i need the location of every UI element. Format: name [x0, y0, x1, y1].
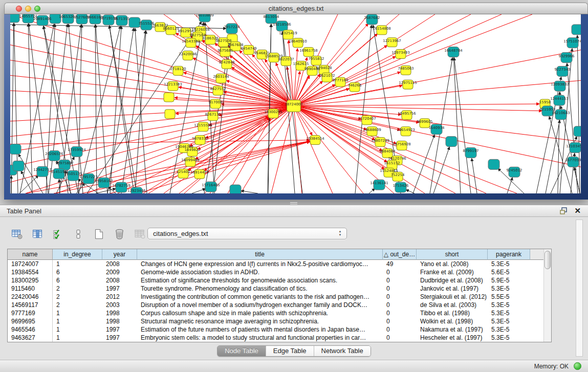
panel-resize-grip[interactable] — [290, 201, 297, 204]
table-select-dropdown[interactable]: citations_edges.txt ▲▼ — [147, 228, 347, 239]
graph-edge — [78, 25, 82, 193]
column-header-short[interactable]: short — [417, 249, 488, 260]
column-header-in_degree[interactable]: in_degree — [53, 249, 102, 260]
graph-edge — [294, 106, 363, 193]
table-cell: Structural magnetic resonance image aver… — [137, 317, 383, 325]
graph-node-label: 9671355 — [114, 17, 129, 21]
graph-node-label: 8427552 — [210, 87, 226, 91]
table-cell: Jankovic et al. (1997) — [417, 285, 488, 293]
table-cell: 5.3E-5 — [488, 334, 530, 342]
close-panel-icon[interactable]: ✕ — [574, 207, 581, 215]
table-row[interactable]: 946554611997Estimation of the future num… — [8, 325, 551, 334]
float-panel-button[interactable] — [560, 207, 568, 214]
table-row[interactable]: 977716911998Corpus callosum shape and si… — [8, 309, 551, 317]
graph-node-label: 8454749 — [241, 47, 256, 51]
column-header-year[interactable]: year — [102, 249, 137, 260]
graph-node-label: 12093832 — [551, 82, 569, 86]
graph-node[interactable] — [488, 159, 499, 169]
graph-node-label: 9227343 — [554, 68, 570, 72]
table-cell: 22420046 — [8, 293, 53, 301]
graph-node-label: 16914479 — [190, 170, 209, 174]
table-cell: Stergiakouli et al. (2012) — [417, 293, 488, 301]
graph-node[interactable] — [165, 110, 175, 119]
graph-node-label: 16210643 — [552, 111, 570, 115]
graph-node-label: 8799197 — [463, 149, 478, 153]
graph-node-label: 8267130 — [205, 113, 221, 117]
select-rows-icon[interactable] — [50, 227, 66, 241]
table-cell: 2003 — [102, 301, 137, 309]
table-options-icon[interactable] — [9, 227, 25, 241]
graph-node[interactable] — [164, 93, 174, 102]
table-row[interactable]: 1938455462009Genome-wide association stu… — [8, 268, 551, 276]
graph-node[interactable] — [10, 144, 21, 155]
table-cell: Disruption of a novel member of a sodium… — [137, 301, 383, 309]
graph-edge — [79, 26, 120, 193]
graph-node-label: 20206576 — [45, 152, 63, 156]
table-cell: 6 — [53, 268, 102, 276]
table-row[interactable]: 1872400712008Changes of HCN gene express… — [8, 260, 551, 268]
network-window-titlebar[interactable]: citations_edges.txt — [4, 3, 588, 14]
graph-node-label: 15524861 — [380, 169, 398, 173]
graph-edge — [228, 118, 271, 193]
column-header-name[interactable]: name — [8, 249, 53, 260]
graph-node-label: 1615152 — [384, 161, 400, 165]
graph-node-label: 9899605 — [417, 120, 432, 124]
table-panel-titlebar: Table Panel ✕ — [0, 205, 588, 217]
graph-node[interactable] — [10, 14, 19, 23]
graph-node-label: 18807249 — [371, 139, 389, 143]
tab-edge-table[interactable]: Edge Table — [266, 346, 314, 356]
graph-node[interactable] — [572, 25, 581, 35]
show-columns-icon[interactable] — [30, 227, 45, 241]
graph-node[interactable] — [230, 185, 241, 193]
graph-edge — [96, 25, 107, 193]
graph-node-label: 19384554 — [306, 137, 324, 141]
scrollbar-thumb[interactable] — [545, 251, 551, 269]
table-row[interactable]: 911546021997Tourette syndrome. Phenomeno… — [8, 285, 551, 293]
table-row[interactable]: 1456911722003Disruption of a novel membe… — [8, 301, 551, 309]
column-header-pagerank[interactable]: pagerank — [488, 249, 530, 260]
graph-node-label: 16961758 — [299, 49, 318, 53]
graph-node[interactable] — [13, 161, 24, 171]
graph-node-label: 17957223 — [79, 175, 98, 179]
graph-node-label: 16154808 — [373, 27, 391, 31]
graph-node-label: 17359924 — [68, 148, 86, 152]
graph-edge — [574, 167, 580, 193]
column-header-out_de[interactable]: △ out_de… — [383, 249, 417, 260]
graph-edge — [546, 120, 560, 193]
graph-node[interactable] — [446, 137, 457, 147]
graph-edge — [10, 106, 294, 121]
graph-node-label: 15958 — [539, 100, 551, 104]
table-cell: 5.9E-5 — [488, 276, 530, 285]
table-row[interactable]: 1830029562008Estimation of significance … — [8, 276, 551, 285]
table-cell: 0 — [383, 325, 417, 334]
table-cell: 1 — [53, 334, 102, 342]
graph-node[interactable] — [574, 126, 581, 137]
table-cell: 2 — [53, 293, 102, 301]
new-table-icon[interactable] — [91, 227, 106, 241]
table-row[interactable]: 946362711997Embryonic stem cells: a mode… — [8, 334, 551, 342]
table-vertical-scrollbar[interactable] — [543, 249, 551, 342]
delete-table-icon[interactable] — [112, 227, 127, 241]
network-canvas[interactable]: 1872400718300295193845541405572420891406… — [10, 14, 581, 193]
graph-node-label: 20891406 — [33, 17, 52, 21]
graph-node-label: 16543382 — [182, 39, 200, 43]
graph-node-label: 22420046 — [179, 52, 197, 56]
table-cell: Tourette syndrome. Phenomenology and cla… — [137, 285, 383, 293]
graph-node-label: 12942757 — [33, 168, 52, 172]
table-row[interactable]: 969969511998Structural magnetic resonanc… — [8, 317, 551, 325]
table-cell: 5.3E-5 — [488, 260, 530, 268]
table-header-row: namein_degreeyeartitle△ out_de…shortpage… — [8, 249, 551, 260]
graph-node-label: 18724007 — [285, 102, 303, 106]
tab-node-table[interactable]: Node Table — [217, 346, 266, 356]
row-height-icon[interactable] — [71, 227, 86, 241]
graph-node-label: 9777169 — [332, 78, 348, 82]
table-cell: Hescheler et al. (1997) — [417, 334, 488, 342]
tab-network-table[interactable]: Network Table — [314, 346, 371, 356]
table-row[interactable]: 2242004622012Investigating the contribut… — [8, 293, 551, 301]
table-cell: 2012 — [102, 293, 137, 301]
column-header-title[interactable]: title — [137, 249, 383, 260]
graph-node-label: 16120746 — [388, 157, 406, 161]
table-cell: 5.3E-5 — [488, 325, 530, 334]
graph-edge — [192, 189, 206, 193]
table-cell: 9699695 — [8, 317, 53, 325]
